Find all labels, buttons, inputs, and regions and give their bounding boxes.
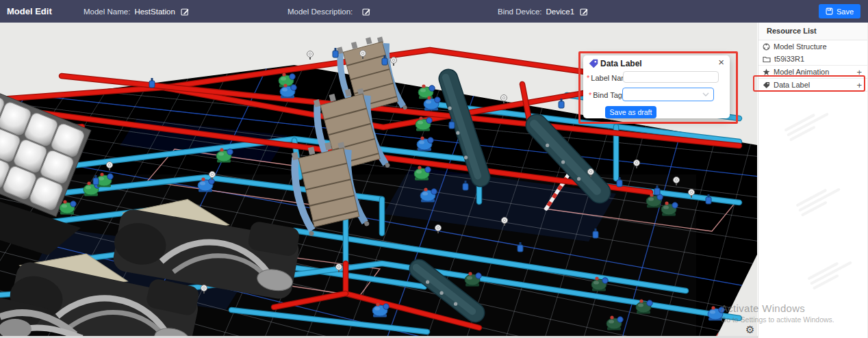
model-description-label: Model Description: — [288, 8, 353, 16]
label-name-input[interactable] — [623, 71, 719, 83]
sidebar-item-data-label[interactable]: Data Label + — [758, 79, 867, 92]
save-button[interactable]: Save — [819, 4, 860, 18]
chevron-down-icon — [702, 92, 709, 96]
sidebar-item-model-animation[interactable]: Model Animation + — [758, 66, 867, 79]
sidebar-watermark — [806, 254, 856, 293]
sidebar-watermark — [782, 105, 832, 144]
bind-device-label: Bind Device: — [498, 8, 542, 16]
edit-icon[interactable] — [181, 8, 189, 16]
sidebar-item-label: Data Label — [774, 81, 810, 89]
model-name-label: Model Name: — [84, 8, 130, 16]
sidebar-item-label: t59i33R1 — [774, 55, 804, 63]
gear-icon[interactable]: ⚙ — [745, 324, 754, 335]
model-name-field: Model Name: HestStation — [84, 0, 189, 23]
save-as-draft-button[interactable]: Save as draft — [605, 106, 656, 118]
resource-list-title: Resource List — [758, 23, 867, 40]
sidebar-item-label: Model Animation — [774, 68, 829, 76]
required-asterisk: * — [587, 74, 589, 82]
dialog-title: Data Label — [600, 59, 642, 68]
bind-device-field: Bind Device: Device1 — [498, 0, 588, 23]
dialog-header: Data Label — [589, 59, 642, 68]
edit-icon[interactable] — [362, 8, 370, 16]
bind-tag-select[interactable] — [622, 88, 714, 101]
bind-tag-label: *Bind Tag : — [589, 91, 626, 99]
tag-icon — [589, 59, 598, 68]
tag-icon — [763, 81, 770, 89]
topbar: Model Edit Model Name: HestStation Model… — [0, 0, 868, 23]
model-name-value: HestStation — [134, 8, 175, 16]
bind-device-value: Device1 — [546, 8, 575, 16]
sidebar-watermark — [794, 181, 844, 220]
add-animation-button[interactable]: + — [856, 68, 862, 77]
data-label-dialog: Data Label × *Label Name *Bind Tag : Sav… — [583, 55, 730, 118]
folder-icon — [763, 55, 771, 63]
animation-icon — [763, 68, 770, 76]
sidebar-item-label: Model Structure — [774, 42, 827, 51]
model-structure-icon — [763, 43, 770, 51]
model-description-field: Model Description: — [288, 0, 370, 23]
edit-icon[interactable] — [580, 8, 588, 16]
save-icon — [826, 8, 833, 15]
resource-list-panel: Resource List Model Structure t59i33R1 M… — [758, 23, 868, 338]
required-asterisk: * — [589, 91, 591, 99]
close-icon[interactable]: × — [718, 57, 724, 68]
sidebar-item-folder[interactable]: t59i33R1 — [758, 53, 867, 66]
sidebar-item-model-structure[interactable]: Model Structure — [758, 40, 867, 53]
page-title: Model Edit — [7, 0, 52, 23]
add-data-label-button[interactable]: + — [856, 81, 862, 90]
